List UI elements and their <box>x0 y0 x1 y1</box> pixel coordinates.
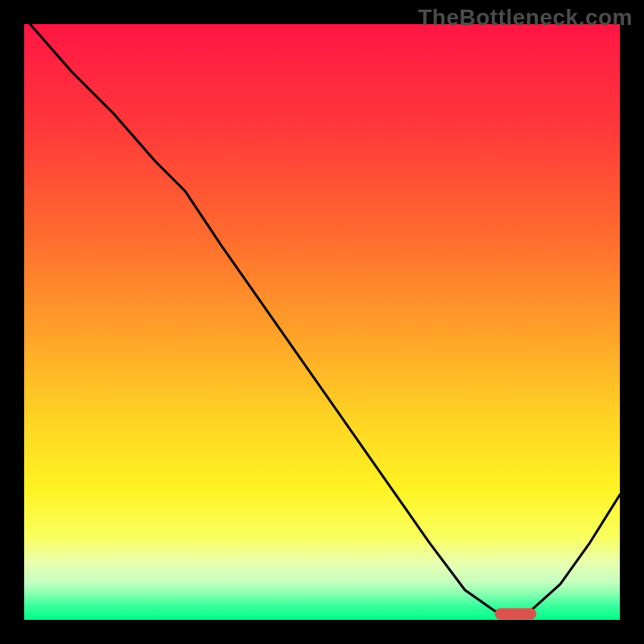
bottleneck-chart <box>0 0 644 644</box>
watermark-text: TheBottleneck.com <box>418 5 633 31</box>
chart-frame: TheBottleneck.com <box>0 0 644 644</box>
optimal-marker <box>495 609 537 620</box>
